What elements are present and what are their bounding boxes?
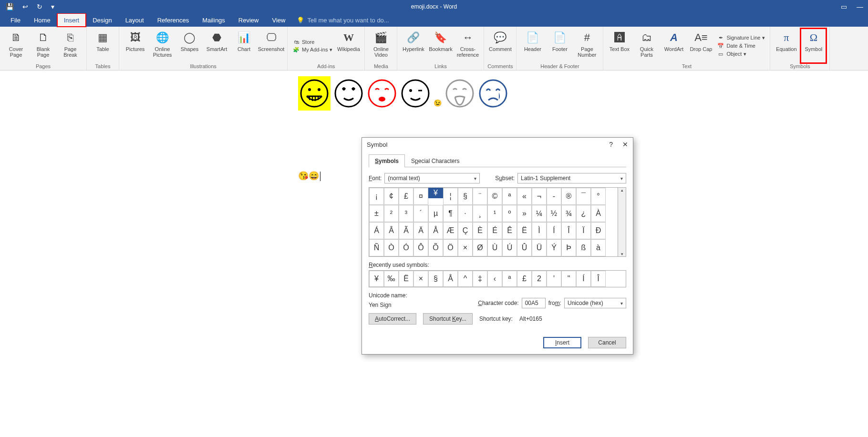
store-button[interactable]: 🛍Store — [292, 39, 332, 45]
symbol-cell[interactable]: ¼ — [532, 205, 547, 222]
recent-symbol-cell[interactable]: ¥ — [369, 271, 384, 287]
recent-symbol-cell[interactable]: ‹ — [487, 271, 502, 287]
symbol-cell[interactable]: ¦ — [443, 188, 458, 205]
recent-symbol-cell[interactable]: Ë — [399, 271, 413, 287]
page-break-button[interactable]: ⎘Page Break — [57, 28, 83, 63]
symbol-cell[interactable]: Ú — [502, 239, 517, 256]
symbol-cell[interactable]: ° — [591, 188, 606, 205]
online-pictures-button[interactable]: 🌐Online Pictures — [149, 28, 176, 63]
recent-symbol-cell[interactable]: § — [428, 271, 443, 287]
ribbon-options-icon[interactable]: ▭ — [841, 3, 847, 10]
symbol-cell[interactable]: Æ — [443, 222, 458, 239]
symbol-cell[interactable]: ¾ — [561, 205, 576, 222]
autocorrect-button[interactable]: AutoCorrect... — [369, 313, 416, 325]
hyperlink-button[interactable]: 🔗Hyperlink — [400, 28, 426, 63]
wordart-button[interactable]: AWordArt — [661, 28, 687, 63]
symbol-cell[interactable]: Ê — [502, 222, 517, 239]
symbol-cell[interactable]: À — [591, 205, 606, 222]
recent-symbol-cell[interactable]: ^ — [458, 271, 473, 287]
symbol-cell[interactable]: « — [517, 188, 532, 205]
symbol-cell[interactable]: ¶ — [443, 205, 458, 222]
symbol-cell[interactable]: ½ — [547, 205, 561, 222]
symbol-cell[interactable]: Ý — [547, 239, 561, 256]
symbol-cell[interactable]: ´ — [413, 205, 428, 222]
symbol-cell[interactable]: © — [487, 188, 502, 205]
quick-parts-button[interactable]: 🗂Quick Parts — [633, 28, 660, 63]
symbol-cell[interactable]: ¿ — [576, 205, 591, 222]
symbol-cell[interactable]: Ï — [576, 222, 591, 239]
help-icon[interactable]: ? — [609, 141, 613, 148]
comment-button[interactable]: 💬Comment — [487, 28, 513, 63]
blank-page-button[interactable]: 🗋Blank Page — [30, 28, 56, 63]
tab-home[interactable]: Home — [27, 13, 57, 27]
symbol-cell[interactable]: Î — [561, 222, 576, 239]
symbol-cell[interactable]: Ù — [487, 239, 502, 256]
symbol-cell[interactable]: Ç — [458, 222, 473, 239]
insert-button[interactable]: Insert — [543, 337, 581, 348]
recent-symbol-cell[interactable]: 2 — [532, 271, 547, 287]
symbol-cell[interactable]: Ó — [399, 239, 413, 256]
object-button[interactable]: ▭Object ▾ — [717, 51, 765, 57]
recent-symbol-cell[interactable]: £ — [517, 271, 532, 287]
bookmark-button[interactable]: 🔖Bookmark — [427, 28, 454, 63]
symbol-cell[interactable]: £ — [399, 188, 413, 205]
recent-symbol-cell[interactable]: × — [413, 271, 428, 287]
symbol-cell[interactable]: ª — [502, 188, 517, 205]
symbol-cell[interactable]: à — [591, 239, 606, 256]
symbol-cell[interactable]: » — [517, 205, 532, 222]
wikipedia-button[interactable]: WWikipedia — [335, 28, 362, 63]
tab-review[interactable]: Review — [232, 13, 266, 27]
symbol-cell[interactable]: ¬ — [532, 188, 547, 205]
grid-scrollbar[interactable]: ▴▾ — [618, 187, 626, 257]
tab-file[interactable]: File — [4, 13, 27, 27]
scroll-up-icon[interactable]: ▴ — [621, 188, 623, 193]
symbol-cell[interactable]: ¸ — [473, 205, 487, 222]
symbol-cell[interactable]: · — [458, 205, 473, 222]
footer-button[interactable]: 📄Footer — [547, 28, 573, 63]
page-number-button[interactable]: #Page Number — [574, 28, 600, 63]
symbol-cell[interactable]: ¯ — [576, 188, 591, 205]
dialog-titlebar[interactable]: Symbol ? ✕ — [362, 138, 633, 151]
scroll-down-icon[interactable]: ▾ — [621, 252, 623, 256]
close-icon[interactable]: ✕ — [622, 141, 628, 148]
recent-symbol-cell[interactable]: Í — [576, 271, 591, 287]
symbol-cell[interactable]: ² — [384, 205, 399, 222]
date-time-button[interactable]: 📅Date & Time — [717, 43, 765, 49]
tab-references[interactable]: References — [151, 13, 196, 27]
recent-symbol-cell[interactable]: Å — [443, 271, 458, 287]
symbol-cell[interactable]: µ — [428, 205, 443, 222]
font-select[interactable]: (normal text)▾ — [384, 173, 480, 183]
tab-insert[interactable]: Insert — [57, 13, 86, 27]
recent-symbol-cell[interactable]: ' — [547, 271, 561, 287]
drop-cap-button[interactable]: A≡Drop Cap — [688, 28, 714, 63]
symbol-cell[interactable]: Ñ — [369, 239, 384, 256]
tab-special-characters[interactable]: Special Characters — [405, 154, 465, 167]
symbol-cell[interactable]: Ë — [517, 222, 532, 239]
symbol-cell[interactable]: § — [458, 188, 473, 205]
pictures-button[interactable]: 🖼Pictures — [122, 28, 148, 63]
cover-page-button[interactable]: 🗎Cover Page — [3, 28, 29, 63]
tell-me-box[interactable]: 💡 Tell me what you want to do... — [292, 13, 389, 27]
symbol-cell[interactable]: ß — [576, 239, 591, 256]
symbol-cell[interactable]: ¥ — [428, 188, 443, 198]
symbol-cell[interactable]: Ô — [413, 239, 428, 256]
charcode-input[interactable]: 00A5 — [522, 298, 546, 308]
recent-symbol-cell[interactable]: " — [561, 271, 576, 287]
recent-symbol-cell[interactable]: ‡ — [473, 271, 487, 287]
tab-mailings[interactable]: Mailings — [196, 13, 232, 27]
symbol-cell[interactable]: ® — [561, 188, 576, 205]
symbol-cell[interactable]: Ü — [532, 239, 547, 256]
subset-select[interactable]: Latin-1 Supplement▾ — [517, 173, 626, 183]
symbol-cell[interactable]: Â — [384, 222, 399, 239]
recent-symbol-cell[interactable]: Î — [591, 271, 606, 287]
screenshot-button[interactable]: 🖵Screenshot — [258, 28, 284, 63]
symbol-cell[interactable]: Ò — [384, 239, 399, 256]
equation-button[interactable]: πEquation — [773, 28, 799, 63]
online-video-button[interactable]: 🎬Online Video — [368, 28, 394, 63]
symbol-cell[interactable]: É — [487, 222, 502, 239]
symbol-cell[interactable]: Ø — [473, 239, 487, 256]
shortcut-key-button[interactable]: Shortcut Key... — [423, 313, 473, 325]
symbol-cell[interactable]: × — [458, 239, 473, 256]
symbol-cell[interactable]: ¹ — [487, 205, 502, 222]
symbol-cell[interactable]: Þ — [561, 239, 576, 256]
